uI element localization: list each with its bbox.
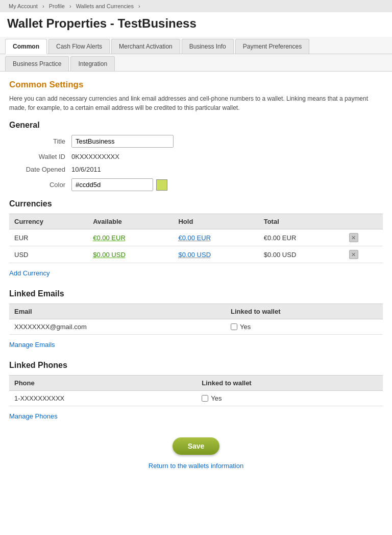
breadcrumb: My Account › Profile › Wallets and Curre… bbox=[0, 0, 392, 12]
title-input[interactable] bbox=[71, 135, 174, 148]
color-input-wrapper bbox=[71, 178, 167, 191]
col-phone-linked: Linked to wallet bbox=[197, 376, 383, 391]
linked-phones-heading: Linked Phones bbox=[9, 361, 383, 370]
emails-header-row: Email Linked to wallet bbox=[9, 304, 383, 319]
phone-linked-cell: Yes bbox=[197, 391, 383, 406]
email-linked-cell: Yes bbox=[226, 319, 383, 335]
email-linked-label: Yes bbox=[240, 323, 251, 331]
table-row: 1-XXXXXXXXXX Yes bbox=[9, 391, 383, 406]
breadcrumb-myaccount[interactable]: My Account bbox=[9, 3, 38, 9]
currencies-table: Currency Available Hold Total EUR €0.00 … bbox=[9, 214, 383, 263]
col-email: Email bbox=[9, 304, 226, 319]
delete-currency-button[interactable]: ✕ bbox=[349, 233, 358, 242]
general-form: Title Wallet ID 0KXXXXXXXXX Date Opened … bbox=[9, 135, 383, 191]
table-row: EUR €0.00 EUR €0.00 EUR €0.00 EUR ✕ bbox=[9, 229, 383, 246]
linked-phones-table: Phone Linked to wallet 1-XXXXXXXXXX Yes bbox=[9, 375, 383, 406]
wallet-id-label: Wallet ID bbox=[9, 153, 65, 160]
col-phone: Phone bbox=[9, 376, 197, 391]
color-row: Color bbox=[9, 178, 383, 191]
title-label: Title bbox=[9, 137, 65, 145]
col-action bbox=[344, 214, 383, 229]
linked-emails-table: Email Linked to wallet XXXXXXXX@gmail.co… bbox=[9, 304, 383, 335]
breadcrumb-sep3: › bbox=[138, 3, 140, 9]
common-settings-description: Here you can add necessary currencies an… bbox=[9, 94, 383, 112]
currency-name: EUR bbox=[9, 229, 88, 246]
tab-common[interactable]: Common bbox=[5, 39, 47, 54]
linked-emails-section: Linked Emails Email Linked to wallet XXX… bbox=[9, 289, 383, 356]
manage-emails-link[interactable]: Manage Emails bbox=[9, 341, 55, 348]
breadcrumb-wallets[interactable]: Wallets and Currencies bbox=[76, 3, 134, 9]
linked-emails-heading: Linked Emails bbox=[9, 289, 383, 298]
add-currency-link[interactable]: Add Currency bbox=[9, 269, 50, 277]
common-settings-title: Common Settings bbox=[9, 80, 383, 90]
available-amount: $0.00 USD bbox=[88, 246, 173, 263]
date-opened-row: Date Opened 10/6/2011 bbox=[9, 166, 383, 173]
available-amount: €0.00 EUR bbox=[88, 229, 173, 246]
breadcrumb-sep1: › bbox=[42, 3, 46, 9]
phone-linked-checkbox[interactable] bbox=[202, 395, 208, 402]
general-heading: General bbox=[9, 121, 383, 130]
tab-payment-preferences[interactable]: Payment Preferences bbox=[235, 39, 309, 54]
date-opened-label: Date Opened bbox=[9, 166, 65, 173]
tab-merchant-activation[interactable]: Merchant Activation bbox=[111, 39, 180, 54]
currencies-header-row: Currency Available Hold Total bbox=[9, 214, 383, 229]
linked-phones-section: Linked Phones Phone Linked to wallet 1-X… bbox=[9, 361, 383, 427]
col-available: Available bbox=[88, 214, 173, 229]
breadcrumb-profile[interactable]: Profile bbox=[49, 3, 65, 9]
return-link[interactable]: Return to the wallets information bbox=[9, 462, 383, 470]
currency-name: USD bbox=[9, 246, 88, 263]
color-swatch[interactable] bbox=[156, 179, 167, 191]
save-button[interactable]: Save bbox=[173, 437, 220, 455]
phones-header-row: Phone Linked to wallet bbox=[9, 376, 383, 391]
color-label: Color bbox=[9, 181, 65, 189]
email-address: XXXXXXXX@gmail.com bbox=[9, 319, 226, 335]
hold-amount: $0.00 USD bbox=[173, 246, 258, 263]
phone-number: 1-XXXXXXXXXX bbox=[9, 391, 197, 406]
total-amount: $0.00 USD bbox=[259, 246, 344, 263]
phone-linked-label: Yes bbox=[211, 394, 222, 402]
col-hold: Hold bbox=[173, 214, 258, 229]
wallet-id-row: Wallet ID 0KXXXXXXXXX bbox=[9, 153, 383, 160]
delete-cell: ✕ bbox=[344, 246, 383, 263]
table-row: USD $0.00 USD $0.00 USD $0.00 USD ✕ bbox=[9, 246, 383, 263]
tab-business-info[interactable]: Business Info bbox=[182, 39, 234, 54]
title-row: Title bbox=[9, 135, 383, 148]
tab-business-practice[interactable]: Business Practice bbox=[5, 56, 69, 71]
date-opened-value: 10/6/2011 bbox=[71, 166, 101, 173]
tabs-row1: Common Cash Flow Alerts Merchant Activat… bbox=[0, 37, 392, 54]
color-input[interactable] bbox=[71, 178, 153, 191]
currencies-section: Currencies Currency Available Hold Total… bbox=[9, 199, 383, 284]
total-amount: €0.00 EUR bbox=[259, 229, 344, 246]
tabs-row2: Business Practice Integration bbox=[0, 54, 392, 72]
col-email-linked: Linked to wallet bbox=[226, 304, 383, 319]
delete-cell: ✕ bbox=[344, 229, 383, 246]
col-total: Total bbox=[259, 214, 344, 229]
breadcrumb-sep2: › bbox=[69, 3, 73, 9]
tab-cash-flow-alerts[interactable]: Cash Flow Alerts bbox=[48, 39, 110, 54]
table-row: XXXXXXXX@gmail.com Yes bbox=[9, 319, 383, 335]
delete-currency-button[interactable]: ✕ bbox=[349, 250, 358, 259]
wallet-id-value: 0KXXXXXXXXX bbox=[71, 153, 119, 160]
currencies-heading: Currencies bbox=[9, 199, 383, 208]
tab-integration[interactable]: Integration bbox=[70, 56, 115, 71]
page-title: Wallet Properties - TestBusiness bbox=[0, 12, 392, 37]
col-currency: Currency bbox=[9, 214, 88, 229]
content-area: Common Settings Here you can add necessa… bbox=[0, 72, 392, 486]
hold-amount: €0.00 EUR bbox=[173, 229, 258, 246]
manage-phones-link[interactable]: Manage Phones bbox=[9, 412, 58, 420]
email-linked-checkbox[interactable] bbox=[231, 323, 237, 330]
